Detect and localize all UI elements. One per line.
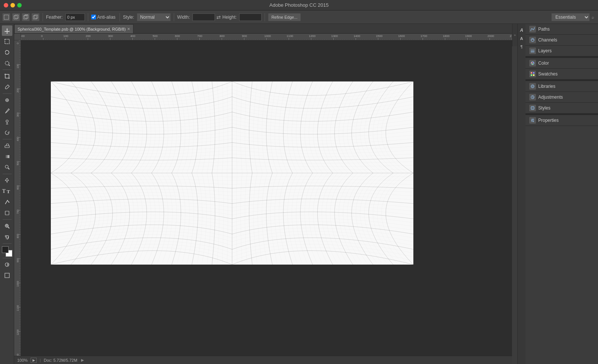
width-input[interactable]	[192, 13, 215, 21]
adjustments-panel-header[interactable]: Adjustments	[525, 92, 598, 102]
doc-tab-close[interactable]: ✕	[127, 27, 130, 31]
channels-icon	[529, 37, 536, 43]
pen-tool[interactable]	[2, 175, 12, 186]
quick-select-tool[interactable]	[2, 58, 12, 68]
rectangular-marquee-tool[interactable]	[2, 36, 12, 47]
minimize-button[interactable]	[10, 3, 15, 7]
panel-collapse-btn[interactable]: »	[512, 24, 517, 46]
styles-label: Styles	[538, 105, 551, 111]
clone-stamp-tool[interactable]	[2, 117, 12, 127]
gradient-tool[interactable]	[2, 151, 12, 162]
document-canvas-container	[51, 81, 413, 265]
new-selection-btn[interactable]	[2, 13, 10, 21]
titlebar: Adobe Photoshop CC 2015	[0, 0, 598, 10]
crop-tool[interactable]	[2, 71, 12, 81]
feather-label: Feather:	[46, 15, 63, 20]
layers-panel-header[interactable]: Layers	[525, 46, 598, 56]
swatches-panel-header[interactable]: Swatches	[525, 69, 598, 79]
adjustments-label: Adjustments	[538, 95, 563, 100]
svg-rect-42	[533, 74, 534, 76]
workspace-search-icon[interactable]: ⌕	[590, 14, 596, 20]
eyedropper-tool[interactable]	[2, 82, 12, 92]
style-label: Style:	[123, 15, 134, 20]
panel-icon-strip: A A ¶	[517, 24, 525, 364]
svg-rect-24	[5, 211, 9, 215]
panel-icon-type[interactable]: A	[518, 35, 525, 42]
path-selection-tool[interactable]	[2, 197, 12, 207]
document-tab[interactable]: Spherical360_Template.psb @ 100% (Backgr…	[14, 24, 133, 33]
add-selection-btn[interactable]	[12, 13, 20, 21]
svg-rect-4	[25, 15, 28, 18]
status-expand-btn[interactable]: ▶	[80, 358, 85, 363]
refine-edge-button[interactable]: Refine Edge...	[268, 13, 301, 21]
paths-label: Paths	[538, 27, 550, 32]
properties-icon	[529, 117, 536, 124]
canvas-viewport[interactable]	[21, 40, 512, 356]
status-arrow-btn[interactable]: ▶	[31, 358, 37, 363]
eraser-tool[interactable]	[2, 141, 12, 151]
doc-size-info: Doc: 5.72M/5.72M	[44, 358, 77, 363]
styles-icon	[529, 105, 536, 111]
dodge-tool[interactable]	[2, 162, 12, 173]
svg-line-11	[9, 65, 10, 66]
style-select[interactable]: Normal Fixed Ratio Fixed Size	[137, 13, 171, 21]
svg-point-36	[531, 62, 533, 64]
right-side: A A ¶ Paths Channels	[517, 24, 598, 364]
properties-panel-section: Properties	[525, 115, 598, 126]
libraries-label: Libraries	[538, 84, 555, 89]
svg-point-52	[531, 120, 533, 121]
svg-rect-0	[4, 15, 9, 19]
toolbar-sep-4	[174, 13, 174, 21]
adjustments-panel-section: Adjustments	[525, 92, 598, 103]
styles-panel-header[interactable]: Styles	[525, 103, 598, 113]
panel-icon-para[interactable]: ¶	[518, 43, 525, 50]
quick-mask-tool[interactable]	[2, 259, 12, 270]
zoom-tool[interactable]	[2, 221, 12, 231]
toolbar-sep-5	[265, 13, 265, 21]
color-panel-header[interactable]: Color	[525, 58, 598, 68]
panel-icon-ai[interactable]: A	[518, 27, 525, 34]
vertical-ruler	[14, 40, 21, 356]
svg-rect-30	[5, 273, 9, 278]
shape-tool[interactable]	[2, 208, 12, 218]
healing-brush-tool[interactable]	[2, 95, 12, 105]
libraries-panel-header[interactable]: Libraries	[525, 81, 598, 92]
svg-rect-18	[5, 146, 9, 148]
move-tool[interactable]	[2, 25, 12, 36]
paths-panel-header[interactable]: Paths	[525, 24, 598, 34]
workspace-select[interactable]: Essentials Photography Motion	[551, 13, 590, 21]
close-button[interactable]	[4, 3, 8, 7]
foreground-background-colors[interactable]	[2, 246, 12, 257]
foreground-color[interactable]	[2, 246, 9, 253]
svg-rect-6	[33, 16, 37, 19]
channels-label: Channels	[538, 37, 557, 43]
lasso-tool[interactable]	[2, 47, 12, 58]
intersect-selection-btn[interactable]	[31, 13, 40, 21]
antialias-label: Anti-alias	[97, 15, 115, 20]
brush-tool[interactable]	[2, 106, 12, 116]
hand-tool[interactable]	[2, 232, 12, 242]
toolbar: Feather: Anti-alias Style: Normal Fixed …	[0, 10, 598, 24]
subtract-selection-btn[interactable]	[22, 13, 30, 21]
channels-panel-header[interactable]: Channels	[525, 35, 598, 45]
properties-panel-header[interactable]: Properties	[525, 115, 598, 126]
maximize-button[interactable]	[17, 3, 22, 7]
antialias-checkbox[interactable]	[91, 15, 96, 19]
grid-drawing	[51, 81, 413, 265]
svg-point-10	[5, 61, 9, 65]
type-tool[interactable]: T T	[2, 186, 12, 197]
width-label: Width:	[177, 15, 190, 20]
svg-rect-19	[5, 155, 9, 158]
document-canvas[interactable]	[51, 81, 413, 265]
toolbar-sep-1	[43, 13, 43, 21]
height-input[interactable]	[239, 13, 262, 21]
svg-point-15	[6, 120, 8, 122]
adjustments-icon	[529, 94, 536, 101]
change-screen-mode-btn[interactable]	[2, 270, 12, 281]
feather-input[interactable]	[65, 13, 85, 21]
history-brush-tool[interactable]	[2, 127, 12, 138]
svg-point-37	[533, 62, 534, 64]
tool-sep-4	[3, 174, 12, 174]
swap-dimensions-btn[interactable]: ⇄	[216, 14, 221, 20]
paths-panel-section: Paths	[525, 24, 598, 35]
